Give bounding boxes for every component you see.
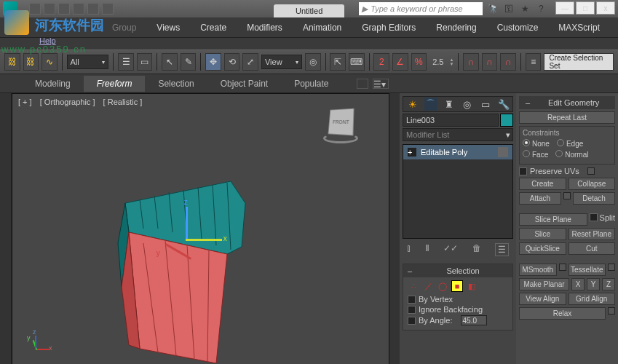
modify-tab-icon[interactable]: ⌒ — [424, 98, 437, 111]
object-name-input[interactable]: Line003 — [403, 114, 499, 127]
by-vertex-checkbox[interactable] — [408, 296, 416, 304]
maximize-button[interactable]: □ — [576, 1, 595, 15]
cut-button[interactable]: Cut — [569, 242, 616, 255]
preserve-uvs-checkbox[interactable] — [519, 167, 527, 175]
menu-group[interactable]: Group — [102, 18, 146, 37]
constraint-normal-radio[interactable] — [555, 150, 563, 157]
menu-help[interactable]: Help — [39, 36, 56, 45]
select-by-name-icon[interactable]: ☰ — [118, 53, 134, 71]
create-tab-icon[interactable]: ☀ — [406, 98, 419, 111]
viewport[interactable]: [ + ] [ Orthographic ] [ Realistic ] — [12, 93, 389, 364]
vertex-subobj-icon[interactable]: ∴ — [408, 280, 419, 292]
relax-button[interactable]: Relax — [519, 307, 606, 320]
qat-link[interactable] — [102, 3, 114, 15]
motion-tab-icon[interactable]: ◎ — [461, 98, 474, 111]
modifier-stack-item[interactable]: + Editable Poly — [403, 145, 512, 159]
keyboard-shortcut-icon[interactable]: ⌨ — [349, 53, 365, 71]
snap-2d-icon[interactable]: 2 — [373, 53, 389, 71]
make-planar-button[interactable]: Make Planar — [519, 278, 569, 290]
snap-mid-icon[interactable]: ∩ — [482, 53, 498, 71]
ribbon-menu-icon[interactable]: ☰▾ — [373, 79, 389, 89]
move-gizmo-icon[interactable]: ✥ — [205, 53, 221, 71]
unlink-icon[interactable]: ⛓ — [23, 53, 39, 71]
menu-create[interactable]: Create — [190, 18, 237, 37]
hierarchy-tab-icon[interactable]: ♜ — [443, 98, 456, 111]
msmooth-button[interactable]: MSmooth — [519, 264, 557, 276]
make-unique-icon[interactable]: ✓✓ — [443, 243, 458, 256]
detach-button[interactable]: Detach — [573, 192, 615, 205]
selection-rollout-header[interactable]: –Selection — [403, 264, 512, 277]
split-checkbox[interactable] — [590, 213, 598, 221]
collapse-button[interactable]: Collapse — [569, 178, 616, 190]
ribbon-populate[interactable]: Populate — [281, 76, 341, 92]
menu-customize[interactable]: Customize — [487, 18, 549, 37]
view-align-button[interactable]: View Align — [519, 293, 566, 305]
element-subobj-icon[interactable]: ◧ — [466, 280, 478, 292]
select-object-icon[interactable]: ↖ — [162, 53, 178, 71]
reset-plane-button[interactable]: Reset Plane — [569, 228, 616, 240]
slice-button[interactable]: Slice — [519, 228, 566, 240]
planar-y-button[interactable]: Y — [587, 278, 600, 290]
ignore-backfacing-checkbox[interactable] — [408, 306, 416, 314]
ribbon-expand-icon[interactable] — [357, 79, 368, 89]
stack-pin-icon[interactable] — [498, 147, 508, 157]
constraint-face-radio[interactable] — [523, 150, 530, 157]
preserve-uvs-settings-icon[interactable] — [587, 167, 595, 175]
show-end-result-icon[interactable]: Ⅱ — [425, 243, 429, 256]
repeat-last-button[interactable]: Repeat Last — [519, 111, 615, 124]
tessellate-settings-icon[interactable] — [608, 264, 615, 271]
create-button[interactable]: Create — [519, 178, 566, 190]
menu-maxscript[interactable]: MAXScript — [548, 18, 610, 37]
rotate-gizmo-icon[interactable]: ⟲ — [224, 53, 240, 71]
modifier-stack[interactable]: + Editable Poly — [403, 144, 513, 239]
edit-geometry-header[interactable]: –Edit Geometry — [519, 96, 615, 109]
link-icon[interactable]: ⛓ — [4, 53, 20, 71]
minimize-button[interactable]: — — [555, 1, 574, 15]
scale-gizmo-icon[interactable]: ⤢ — [242, 53, 258, 71]
binoculars-icon[interactable]: 🔭 — [487, 3, 499, 15]
menu-modifiers[interactable]: Modifiers — [237, 18, 293, 37]
manipulate-icon[interactable]: ⇱ — [330, 53, 346, 71]
help-search-input[interactable]: ▶ Type a keyword or phrase — [359, 2, 483, 15]
menu-rendering[interactable]: Rendering — [426, 18, 486, 37]
mesh-object[interactable] — [100, 159, 304, 364]
quickslice-button[interactable]: QuickSlice — [519, 242, 566, 255]
pivot-icon[interactable]: ◎ — [305, 53, 321, 71]
close-button[interactable]: x — [596, 1, 615, 15]
qat-undo[interactable] — [73, 3, 84, 15]
menu-animation[interactable]: Animation — [293, 18, 352, 37]
ribbon-object-paint[interactable]: Object Paint — [207, 76, 281, 92]
utilities-tab-icon[interactable]: 🔧 — [497, 98, 510, 111]
named-sel-set-icon[interactable]: ≡ — [526, 53, 542, 71]
planar-z-button[interactable]: Z — [602, 278, 615, 290]
remove-modifier-icon[interactable]: 🗑 — [472, 243, 481, 256]
viewport-label[interactable]: [ + ] [ Orthographic ] [ Realistic ] — [18, 98, 148, 106]
select-paint-icon[interactable]: ✎ — [181, 53, 197, 71]
create-selection-set-combo[interactable]: Create Selection Set — [544, 53, 614, 71]
edge-subobj-icon[interactable]: ／ — [422, 280, 434, 292]
msmooth-settings-icon[interactable] — [559, 264, 566, 271]
key-icon[interactable]: ⚿ — [503, 3, 515, 15]
star-icon[interactable]: ★ — [519, 3, 531, 15]
constraint-none-radio[interactable] — [523, 139, 530, 146]
display-tab-icon[interactable]: ▭ — [479, 98, 492, 111]
polygon-subobj-icon[interactable]: ■ — [451, 280, 463, 292]
snap-percent-icon[interactable]: % — [411, 53, 427, 71]
angle-spinner[interactable]: 45.0 — [461, 315, 487, 325]
menu-graph-editors[interactable]: Graph Editors — [352, 18, 426, 37]
ribbon-selection[interactable]: Selection — [145, 76, 207, 92]
help-icon[interactable]: ? — [535, 3, 547, 15]
object-color-swatch[interactable] — [500, 114, 513, 127]
snap-toggle-icon[interactable]: ∩ — [463, 53, 479, 71]
tessellate-button[interactable]: Tessellate — [569, 264, 606, 276]
planar-x-button[interactable]: X — [571, 278, 585, 290]
selection-filter-combo[interactable]: All — [67, 55, 109, 69]
grid-align-button[interactable]: Grid Align — [569, 293, 616, 305]
ribbon-freeform[interactable]: Freeform — [84, 76, 146, 92]
by-angle-checkbox[interactable] — [408, 317, 416, 325]
qat-save[interactable] — [58, 3, 70, 15]
border-subobj-icon[interactable]: ◯ — [437, 280, 448, 292]
configure-sets-icon[interactable]: ☰ — [495, 243, 509, 256]
pin-stack-icon[interactable]: ⫿ — [407, 243, 411, 256]
attach-button[interactable]: Attach — [519, 192, 561, 205]
